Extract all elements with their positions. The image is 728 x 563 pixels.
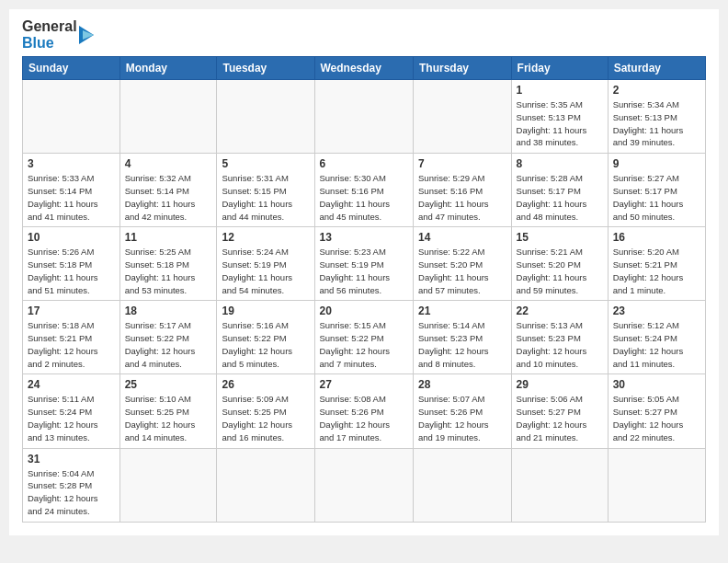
- day-number: 8: [517, 157, 603, 170]
- day-number: 24: [28, 378, 115, 391]
- day-info: Sunrise: 5:30 AM Sunset: 5:16 PM Dayligh…: [320, 172, 409, 223]
- calendar-cell: 2Sunrise: 5:34 AM Sunset: 5:13 PM Daylig…: [608, 80, 705, 154]
- calendar-cell: 30Sunrise: 5:05 AM Sunset: 5:27 PM Dayli…: [608, 374, 705, 448]
- day-info: Sunrise: 5:16 AM Sunset: 5:22 PM Dayligh…: [222, 319, 309, 370]
- day-number: 30: [613, 378, 700, 391]
- header: General Blue: [22, 18, 706, 51]
- day-header-sunday: Sunday: [23, 57, 120, 80]
- page: General Blue SundayMondayTuesdayWednesda…: [9, 9, 719, 535]
- day-info: Sunrise: 5:24 AM Sunset: 5:19 PM Dayligh…: [222, 246, 309, 296]
- calendar-cell: [511, 448, 608, 522]
- day-number: 16: [613, 231, 700, 244]
- calendar-cell: 6Sunrise: 5:30 AM Sunset: 5:16 PM Daylig…: [314, 154, 414, 227]
- day-info: Sunrise: 5:32 AM Sunset: 5:14 PM Dayligh…: [125, 172, 212, 223]
- calendar-cell: 28Sunrise: 5:07 AM Sunset: 5:26 PM Dayli…: [414, 374, 512, 448]
- day-number: 17: [28, 304, 115, 317]
- day-info: Sunrise: 5:04 AM Sunset: 5:28 PM Dayligh…: [28, 467, 115, 518]
- calendar-cell: 9Sunrise: 5:27 AM Sunset: 5:17 PM Daylig…: [608, 154, 705, 227]
- day-number: 14: [418, 231, 506, 244]
- day-info: Sunrise: 5:14 AM Sunset: 5:23 PM Dayligh…: [418, 319, 506, 370]
- day-number: 26: [222, 378, 309, 391]
- calendar-cell: 17Sunrise: 5:18 AM Sunset: 5:21 PM Dayli…: [23, 301, 120, 374]
- logo-text: General Blue: [22, 18, 77, 51]
- calendar-cell: [119, 80, 217, 154]
- calendar-cell: 29Sunrise: 5:06 AM Sunset: 5:27 PM Dayli…: [511, 374, 608, 448]
- calendar-cell: 31Sunrise: 5:04 AM Sunset: 5:28 PM Dayli…: [23, 448, 120, 522]
- day-info: Sunrise: 5:17 AM Sunset: 5:22 PM Dayligh…: [125, 319, 212, 370]
- day-info: Sunrise: 5:09 AM Sunset: 5:25 PM Dayligh…: [222, 393, 309, 443]
- day-number: 21: [418, 304, 506, 317]
- calendar-cell: 22Sunrise: 5:13 AM Sunset: 5:23 PM Dayli…: [511, 301, 608, 374]
- day-info: Sunrise: 5:31 AM Sunset: 5:15 PM Dayligh…: [222, 172, 309, 223]
- day-info: Sunrise: 5:18 AM Sunset: 5:21 PM Dayligh…: [28, 319, 115, 370]
- calendar-cell: [414, 80, 512, 154]
- day-number: 3: [28, 157, 115, 170]
- day-number: 6: [320, 157, 409, 170]
- day-info: Sunrise: 5:11 AM Sunset: 5:24 PM Dayligh…: [28, 393, 115, 443]
- day-number: 13: [320, 231, 409, 244]
- calendar-cell: 4Sunrise: 5:32 AM Sunset: 5:14 PM Daylig…: [119, 154, 217, 227]
- calendar-cell: 11Sunrise: 5:25 AM Sunset: 5:18 PM Dayli…: [119, 227, 217, 301]
- day-header-tuesday: Tuesday: [217, 57, 314, 80]
- day-number: 10: [28, 231, 115, 244]
- calendar-cell: 15Sunrise: 5:21 AM Sunset: 5:20 PM Dayli…: [511, 227, 608, 301]
- calendar-cell: [119, 448, 217, 522]
- week-row-3: 10Sunrise: 5:26 AM Sunset: 5:18 PM Dayli…: [23, 227, 706, 301]
- day-number: 23: [613, 304, 700, 317]
- day-info: Sunrise: 5:28 AM Sunset: 5:17 PM Dayligh…: [517, 172, 603, 223]
- calendar-cell: 19Sunrise: 5:16 AM Sunset: 5:22 PM Dayli…: [217, 301, 314, 374]
- day-info: Sunrise: 5:26 AM Sunset: 5:18 PM Dayligh…: [28, 246, 115, 296]
- calendar-cell: [314, 80, 414, 154]
- day-info: Sunrise: 5:23 AM Sunset: 5:19 PM Dayligh…: [320, 246, 409, 296]
- day-number: 9: [613, 157, 700, 170]
- calendar-cell: 12Sunrise: 5:24 AM Sunset: 5:19 PM Dayli…: [217, 227, 314, 301]
- day-header-thursday: Thursday: [414, 57, 512, 80]
- day-info: Sunrise: 5:10 AM Sunset: 5:25 PM Dayligh…: [125, 393, 212, 443]
- day-info: Sunrise: 5:07 AM Sunset: 5:26 PM Dayligh…: [418, 393, 506, 443]
- calendar-cell: 24Sunrise: 5:11 AM Sunset: 5:24 PM Dayli…: [23, 374, 120, 448]
- day-info: Sunrise: 5:05 AM Sunset: 5:27 PM Dayligh…: [613, 393, 700, 443]
- day-info: Sunrise: 5:22 AM Sunset: 5:20 PM Dayligh…: [418, 246, 506, 296]
- day-info: Sunrise: 5:29 AM Sunset: 5:16 PM Dayligh…: [418, 172, 506, 223]
- day-number: 7: [418, 157, 506, 170]
- week-row-5: 24Sunrise: 5:11 AM Sunset: 5:24 PM Dayli…: [23, 374, 706, 448]
- calendar-cell: 14Sunrise: 5:22 AM Sunset: 5:20 PM Dayli…: [414, 227, 512, 301]
- day-info: Sunrise: 5:35 AM Sunset: 5:13 PM Dayligh…: [517, 98, 603, 149]
- week-row-1: 1Sunrise: 5:35 AM Sunset: 5:13 PM Daylig…: [23, 80, 706, 154]
- day-number: 29: [517, 378, 603, 391]
- day-info: Sunrise: 5:25 AM Sunset: 5:18 PM Dayligh…: [125, 246, 212, 296]
- calendar-cell: 21Sunrise: 5:14 AM Sunset: 5:23 PM Dayli…: [414, 301, 512, 374]
- calendar-cell: 1Sunrise: 5:35 AM Sunset: 5:13 PM Daylig…: [511, 80, 608, 154]
- day-header-friday: Friday: [511, 57, 608, 80]
- calendar-cell: 16Sunrise: 5:20 AM Sunset: 5:21 PM Dayli…: [608, 227, 705, 301]
- day-info: Sunrise: 5:08 AM Sunset: 5:26 PM Dayligh…: [320, 393, 409, 443]
- calendar-cell: [314, 448, 414, 522]
- calendar-cell: 27Sunrise: 5:08 AM Sunset: 5:26 PM Dayli…: [314, 374, 414, 448]
- day-info: Sunrise: 5:06 AM Sunset: 5:27 PM Dayligh…: [517, 393, 603, 443]
- calendar-cell: 5Sunrise: 5:31 AM Sunset: 5:15 PM Daylig…: [217, 154, 314, 227]
- calendar-cell: 26Sunrise: 5:09 AM Sunset: 5:25 PM Dayli…: [217, 374, 314, 448]
- week-row-6: 31Sunrise: 5:04 AM Sunset: 5:28 PM Dayli…: [23, 448, 706, 522]
- calendar-cell: 8Sunrise: 5:28 AM Sunset: 5:17 PM Daylig…: [511, 154, 608, 227]
- day-info: Sunrise: 5:33 AM Sunset: 5:14 PM Dayligh…: [28, 172, 115, 223]
- day-info: Sunrise: 5:13 AM Sunset: 5:23 PM Dayligh…: [517, 319, 603, 370]
- day-header-monday: Monday: [119, 57, 217, 80]
- calendar-cell: [414, 448, 512, 522]
- day-info: Sunrise: 5:20 AM Sunset: 5:21 PM Dayligh…: [613, 246, 700, 296]
- day-number: 15: [517, 231, 603, 244]
- day-number: 1: [517, 84, 603, 97]
- logo: General Blue: [22, 18, 97, 51]
- calendar-cell: [608, 448, 705, 522]
- logo-container: General Blue: [22, 18, 97, 51]
- week-row-4: 17Sunrise: 5:18 AM Sunset: 5:21 PM Dayli…: [23, 301, 706, 374]
- day-number: 27: [320, 378, 409, 391]
- day-number: 31: [28, 453, 115, 465]
- calendar-cell: [23, 80, 120, 154]
- day-number: 25: [125, 378, 212, 391]
- day-number: 28: [418, 378, 506, 391]
- day-info: Sunrise: 5:27 AM Sunset: 5:17 PM Dayligh…: [613, 172, 700, 223]
- day-number: 22: [517, 304, 603, 317]
- calendar-cell: [217, 80, 314, 154]
- calendar-cell: [217, 448, 314, 522]
- day-number: 5: [222, 157, 309, 170]
